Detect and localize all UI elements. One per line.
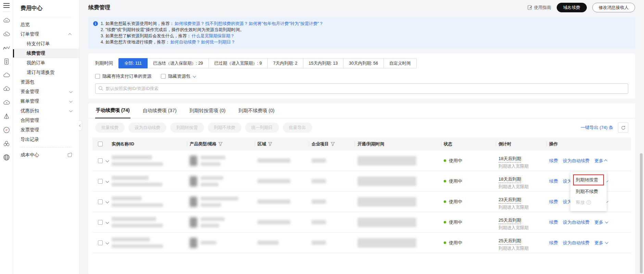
sidebar-item-order-management[interactable]: 订单管理: [13, 29, 79, 39]
usage-guide-link[interactable]: 使用指南: [528, 5, 551, 11]
batch-renew-button[interactable]: 批量续费: [95, 122, 125, 133]
sidebar-item-contract-management[interactable]: 合同管理: [13, 116, 79, 125]
renew-link[interactable]: 续费: [549, 199, 558, 205]
banner-link[interactable]: 找不到想续费的资源？: [205, 21, 248, 26]
banner-link[interactable]: 如何统一到期日？: [201, 40, 235, 44]
hamburger-menu-icon[interactable]: [3, 3, 10, 8]
menu-item-expire-to-ondemand[interactable]: 到期转按需: [573, 174, 604, 185]
segment-expired[interactable]: 已过期（进入宽限期）: 9: [209, 58, 268, 68]
one-click-export-link[interactable]: 一键导出 (74) 条: [581, 125, 613, 131]
batch-export-button[interactable]: 批量导出: [283, 122, 312, 133]
row-checkbox[interactable]: [98, 240, 103, 245]
svg-text:IP: IP: [5, 129, 7, 131]
sidebar-item-cost-center[interactable]: 成本中心: [13, 150, 79, 160]
chevron-down-icon[interactable]: [193, 74, 196, 78]
batch-actions-row: 批量续费 设为自动续费 到期转按需 到期不续费 统一到期日 批量导出 一键导出 …: [88, 118, 635, 137]
checkbox[interactable]: [161, 74, 166, 79]
banner-link[interactable]: 如何续费资源？: [175, 21, 205, 26]
prism-icon[interactable]: [2, 112, 11, 120]
sidebar-item-pending-orders[interactable]: 待支付订单: [13, 39, 79, 49]
checkbox[interactable]: [95, 74, 100, 79]
menu-item-expire-no-renew[interactable]: 到期不续费: [573, 186, 604, 197]
renew-link[interactable]: 续费: [549, 219, 558, 225]
row-checkbox[interactable]: [98, 199, 103, 204]
tab-expire-to-ondemand[interactable]: 到期转按需项 (0): [189, 108, 226, 118]
domain-renewal-button[interactable]: 域名续费: [557, 3, 587, 12]
tab-expire-no-renewal[interactable]: 到期不续费项 (0): [238, 108, 275, 118]
sidebar-item-unsubscribe[interactable]: 退订与退换货: [13, 68, 79, 77]
tab-auto-renewal[interactable]: 自动续费项 (37): [142, 108, 177, 118]
segment-7days[interactable]: 7天内到期: 2: [267, 58, 303, 68]
globe-icon[interactable]: [2, 153, 11, 161]
select-all-checkbox[interactable]: [98, 142, 103, 146]
expand-row-icon[interactable]: [106, 180, 109, 183]
ip-address-icon[interactable]: IP: [2, 126, 11, 134]
sidebar-item-export-records[interactable]: 导出记录: [13, 135, 79, 144]
filter-funnel-icon[interactable]: [331, 142, 335, 146]
expand-row-icon[interactable]: [106, 221, 109, 224]
expand-row-icon[interactable]: [106, 200, 109, 204]
cloud-outline-icon[interactable]: [2, 71, 11, 79]
segment-15days[interactable]: 15天内到期: 13: [303, 58, 344, 68]
document-server-icon[interactable]: [2, 57, 11, 66]
blurred-instance-name: [112, 196, 163, 207]
cloud-clock-icon[interactable]: [2, 99, 11, 107]
sidebar-item-overview[interactable]: 总览: [13, 20, 79, 29]
vertical-scrollbar[interactable]: [640, 153, 643, 273]
renew-link[interactable]: 续费: [549, 178, 558, 184]
hide-resource-pack-checkbox[interactable]: 隐藏资源包: [161, 73, 195, 79]
segment-frozen[interactable]: 已冻结（进入保留期）: 29: [147, 58, 209, 68]
menu-item-release[interactable]: 释放?: [573, 197, 604, 208]
sidebar-title: 费用中心: [13, 5, 79, 17]
col-actions: 操作: [549, 138, 631, 151]
set-auto-renew-link[interactable]: 设为自动续费: [563, 240, 590, 246]
segment-30days[interactable]: 30天内到期: 56: [343, 58, 384, 68]
blurred-region: [257, 179, 290, 183]
set-auto-renew-button[interactable]: 设为自动续费: [128, 122, 166, 133]
banner-link[interactable]: 什么是宽限期保留期？: [192, 34, 235, 38]
row-checkbox[interactable]: [98, 158, 103, 163]
blurred-project: [312, 158, 326, 163]
countdown: 25天后到期: [498, 217, 521, 224]
sidebar-item-discounts[interactable]: 优惠折扣: [13, 106, 79, 116]
search-input[interactable]: [95, 83, 628, 94]
modify-message-receiver-button[interactable]: 修改消息接收人: [592, 3, 635, 12]
page-header: 续费管理 使用指南 域名续费 修改消息接收人: [79, 0, 644, 15]
sidebar-item-funds-management[interactable]: 资金管理: [13, 87, 79, 96]
waves-icon[interactable]: [2, 44, 11, 52]
expire-to-ondemand-button[interactable]: 到期转按需: [170, 122, 204, 133]
sidebar-item-bill-management[interactable]: 账单管理: [13, 96, 79, 106]
renew-link[interactable]: 续费: [549, 158, 558, 164]
cloud-upload-icon[interactable]: [2, 85, 11, 93]
row-checkbox[interactable]: [98, 220, 103, 225]
sidebar-item-invoice-management[interactable]: 发票管理: [13, 125, 79, 135]
user-group-icon[interactable]: [2, 140, 11, 148]
sidebar-item-renewal-management[interactable]: 续费管理: [13, 49, 79, 58]
unify-expiry-date-button[interactable]: 统一到期日: [245, 122, 279, 133]
tab-manual-renewal[interactable]: 手动续费项 (74): [95, 107, 130, 118]
set-auto-renew-link[interactable]: 设为自动续费: [563, 158, 590, 164]
cloud-icon[interactable]: [2, 16, 11, 25]
banner-link[interactable]: 如何自动续费？: [170, 40, 200, 44]
more-link[interactable]: 更多: [594, 219, 607, 225]
expand-row-icon[interactable]: [106, 159, 109, 162]
more-link[interactable]: 更多: [594, 158, 607, 164]
sidebar-item-resource-packages[interactable]: 资源包: [13, 77, 79, 87]
filter-funnel-icon[interactable]: [268, 142, 272, 146]
segment-custom[interactable]: 自定义时间: [383, 58, 417, 68]
banner-link[interactable]: 如何将"包年包月计费"转为"按需计费"？: [249, 21, 323, 26]
filter-funnel-icon[interactable]: [218, 142, 223, 146]
set-auto-renew-link[interactable]: 设为自动续费: [563, 219, 590, 225]
sidebar-item-my-orders[interactable]: 我的订单: [13, 58, 79, 68]
cloud-server-icon[interactable]: [2, 30, 11, 38]
table-row: 使用中 23天后到期到期进入宽限期 续费 设为自动续费 更多: [92, 192, 631, 212]
expand-row-icon[interactable]: [106, 241, 109, 245]
renew-link[interactable]: 续费: [549, 240, 558, 246]
row-checkbox[interactable]: [98, 179, 103, 184]
expire-no-renew-button[interactable]: 到期不续费: [208, 122, 242, 133]
refresh-button[interactable]: [618, 122, 628, 133]
more-link[interactable]: 更多: [594, 240, 607, 246]
sidebar-collapse-handle[interactable]: [79, 120, 82, 131]
hide-pending-order-checkbox[interactable]: 隐藏有待支付订单的资源: [95, 73, 151, 79]
segment-all[interactable]: 全部: 111: [118, 58, 148, 68]
